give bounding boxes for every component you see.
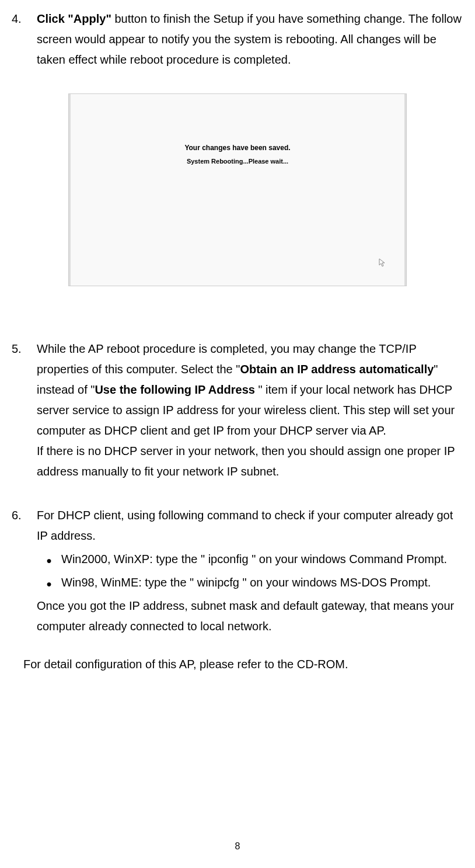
- screenshot-reboot-text: System Rebooting...Please wait...: [187, 158, 288, 165]
- item5-bold2: Use the following IP Address: [95, 383, 255, 396]
- spacer: [11, 494, 464, 505]
- final-note: For detail configuration of this AP, ple…: [11, 654, 464, 675]
- screenshot-saved-text: Your changes have been saved.: [184, 144, 290, 152]
- reboot-screenshot: Your changes have been saved. System Reb…: [68, 93, 407, 286]
- list-content-6: For DHCP client, using following command…: [37, 505, 464, 637]
- list-content-5: While the AP reboot procedure is complet…: [37, 339, 464, 482]
- item5-text-part4: If there is no DHCP server in your netwo…: [37, 445, 455, 478]
- list-item-6: 6. For DHCP client, using following comm…: [11, 505, 464, 637]
- page-content: 4. Click "Apply" button to finish the Se…: [0, 0, 475, 675]
- sub-bullets: ● Win2000, WinXP: type the " ipconfig " …: [37, 549, 464, 593]
- bullet-item-1: ● Win2000, WinXP: type the " ipconfig " …: [37, 549, 464, 570]
- bullet-item-2: ● Win98, WinME: type the " winipcfg " on…: [37, 572, 464, 593]
- bullet-marker-icon: ●: [37, 549, 61, 570]
- list-number-4: 4.: [11, 9, 37, 70]
- list-item-5: 5. While the AP reboot procedure is comp…: [11, 339, 464, 482]
- bullet1-content: Win2000, WinXP: type the " ipconfig " on…: [61, 549, 464, 570]
- list-number-6: 6.: [11, 505, 37, 637]
- bullet-marker-icon: ●: [37, 572, 61, 593]
- list-content-4: Click "Apply" button to finish the Setup…: [37, 9, 464, 70]
- item6-intro: For DHCP client, using following command…: [37, 509, 453, 542]
- screenshot-border: [404, 94, 406, 286]
- cursor-icon: [379, 258, 386, 269]
- page-number: 8: [235, 841, 240, 852]
- screenshot-border: [69, 94, 71, 286]
- bullet2-content: Win98, WinME: type the " winipcfg " on y…: [61, 572, 464, 593]
- spacer: [11, 321, 464, 339]
- item4-bold-lead: Click "Apply": [37, 12, 111, 25]
- list-item-4: 4. Click "Apply" button to finish the Se…: [11, 9, 464, 70]
- item6-outro: Once you got the IP address, subnet mask…: [37, 599, 454, 633]
- item5-bold1: Obtain an IP address automatically: [240, 363, 434, 376]
- list-number-5: 5.: [11, 339, 37, 482]
